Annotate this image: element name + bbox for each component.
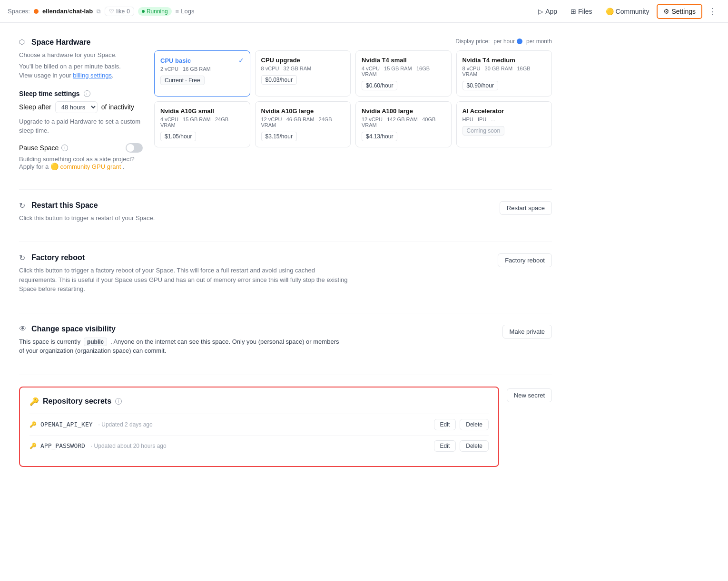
settings-icon: ⚙: [663, 8, 669, 15]
restart-left: ↻ Restart this Space Click this button t…: [19, 201, 500, 223]
sleep-settings: Sleep time settings i Sleep after 48 hou…: [19, 90, 143, 136]
new-secret-wrapper: New secret: [507, 387, 552, 402]
grant-row: Building something cool as a side projec…: [19, 155, 143, 170]
secret-edit-button[interactable]: Edit: [434, 440, 456, 452]
header: Spaces: ellendan/chat-lab ⧉ ♡ like 0 Run…: [0, 0, 728, 23]
visibility-left: 👁 Change space visibility This space is …: [19, 325, 502, 356]
secret-row: 🔑 APP_PASSWORD · Updated about 20 hours …: [30, 435, 489, 456]
hw-card-a10g-large[interactable]: Nvidia A10G large 12 vCPU 46 GB RAM 24GB…: [255, 101, 351, 147]
sleep-select[interactable]: 48 hours: [55, 101, 98, 113]
hw-card-price: Coming soon: [462, 126, 505, 136]
hw-card-specs: HPU IPU ...: [462, 116, 546, 122]
hw-card-name: Nvidia A100 large: [362, 107, 413, 115]
files-icon: ⊞: [571, 8, 576, 15]
hw-card-t4-small[interactable]: Nvidia T4 small 4 vCPU 15 GB RAM 16GB VR…: [355, 50, 452, 97]
hardware-title-row: ⬡ Space Hardware: [19, 38, 143, 47]
visibility-desc-prefix: This space is currently: [19, 338, 80, 345]
hardware-title: Space Hardware: [31, 38, 91, 47]
hw-card-specs: 8 vCPU 32 GB RAM: [261, 66, 345, 71]
heart-icon: ♡: [109, 8, 114, 15]
secret-name-row: 🔑 OPENAI_API_KEY · Updated 2 days ago: [30, 421, 153, 428]
grant-link[interactable]: community GPU grant: [60, 163, 121, 170]
factory-reboot-section: ↻ Factory reboot Click this button to tr…: [19, 253, 552, 294]
logs-button[interactable]: ≡ Logs: [176, 8, 195, 15]
hardware-section: ⬡ Space Hardware Choose a hardware for y…: [19, 38, 552, 170]
visibility-title: Change space visibility: [31, 325, 116, 333]
pause-space: Pause Space i: [19, 143, 143, 153]
key-icon: 🔑: [30, 421, 37, 428]
check-icon: ✓: [238, 57, 244, 64]
space-path: ellendan/chat-lab: [42, 8, 93, 15]
per-month-label: per month: [526, 38, 552, 45]
hw-card-a10g-small[interactable]: Nvidia A10G small 4 vCPU 15 GB RAM 24GB …: [154, 101, 250, 147]
display-price-label: Display price:: [455, 38, 490, 45]
hw-card-t4-medium[interactable]: Nvidia T4 medium 8 vCPU 30 GB RAM 16GB V…: [456, 50, 552, 97]
visibility-icon: 👁: [19, 325, 28, 333]
restart-desc: Click this button to trigger a restart o…: [19, 213, 500, 223]
hardware-desc-2: You'll be billed on a per minute basis. …: [19, 62, 143, 80]
nav-app[interactable]: ▷ App: [532, 5, 563, 18]
secret-actions: Edit Delete: [434, 440, 489, 452]
per-hour-label: per hour: [493, 38, 515, 45]
secret-delete-button[interactable]: Delete: [460, 440, 489, 452]
restart-title-row: ↻ Restart this Space: [19, 201, 500, 210]
secret-name: APP_PASSWORD: [40, 442, 85, 449]
visibility-row: 👁 Change space visibility This space is …: [19, 325, 552, 356]
make-private-button[interactable]: Make private: [502, 325, 552, 339]
restart-title: Restart this Space: [31, 201, 98, 210]
factory-reboot-title-row: ↻ Factory reboot: [19, 253, 498, 262]
hw-card-name: AI Accelerator: [462, 107, 504, 115]
pause-row: Pause Space i: [19, 143, 143, 153]
hardware-desc-1: Choose a hardware for your Space.: [19, 50, 143, 60]
sleep-info-icon[interactable]: i: [84, 90, 90, 97]
hw-card-specs: 12 vCPU 46 GB RAM 24GB VRAM: [261, 116, 345, 128]
nav-community[interactable]: 🟡 Community: [600, 5, 655, 18]
sleep-title-row: Sleep time settings i: [19, 90, 143, 97]
sleep-row: Sleep after 48 hours of inactivity: [19, 101, 143, 113]
hw-card-name: CPU basic: [160, 57, 191, 64]
factory-reboot-title: Factory reboot: [31, 253, 85, 262]
hw-card-specs: 2 vCPU 16 GB RAM: [160, 66, 244, 72]
secrets-info-icon[interactable]: i: [115, 398, 122, 405]
like-count: 0: [127, 8, 130, 15]
like-button[interactable]: ♡ like 0: [105, 7, 134, 16]
secret-name: OPENAI_API_KEY: [40, 421, 93, 428]
hardware-layout: ⬡ Space Hardware Choose a hardware for y…: [19, 38, 552, 170]
restart-button[interactable]: Restart space: [500, 201, 552, 215]
pause-toggle[interactable]: [126, 143, 143, 153]
price-per-hour[interactable]: per hour: [493, 38, 522, 45]
hw-card-name: Nvidia A10G large: [261, 107, 314, 115]
secret-updated: · Updated about 20 hours ago: [91, 443, 167, 449]
visibility-title-row: 👁 Change space visibility: [19, 325, 502, 333]
logs-label: Logs: [181, 8, 194, 15]
public-badge: public: [84, 338, 107, 346]
secret-row: 🔑 OPENAI_API_KEY · Updated 2 days ago Ed…: [30, 414, 489, 435]
more-button[interactable]: ⋮: [704, 4, 720, 19]
hardware-grid: CPU basic ✓ 2 vCPU 16 GB RAM Current · F…: [154, 50, 552, 147]
nav-files[interactable]: ⊞ Files: [565, 5, 598, 18]
hw-card-a100-large[interactable]: Nvidia A100 large 12 vCPU 142 GB RAM 40G…: [355, 101, 452, 147]
hw-card-cpu-basic[interactable]: CPU basic ✓ 2 vCPU 16 GB RAM Current · F…: [154, 50, 250, 97]
factory-reboot-button[interactable]: Factory reboot: [498, 253, 552, 267]
secret-delete-button[interactable]: Delete: [460, 419, 489, 430]
pause-info-icon[interactable]: i: [61, 145, 68, 151]
pause-label: Pause Space: [19, 144, 59, 152]
secret-edit-button[interactable]: Edit: [434, 419, 456, 430]
hardware-right: Display price: per hour per month CPU ba…: [154, 38, 552, 170]
restart-row: ↻ Restart this Space Click this button t…: [19, 201, 552, 223]
hw-card-ai-accelerator[interactable]: AI Accelerator HPU IPU ... Coming soon: [456, 101, 552, 147]
key-icon: 🔑: [30, 443, 37, 449]
hw-card-price: $0.60/hour: [362, 81, 397, 90]
hw-card-specs: 12 vCPU 142 GB RAM 40GB VRAM: [362, 116, 445, 128]
hw-card-price: $3.15/hour: [261, 132, 297, 141]
copy-icon[interactable]: ⧉: [97, 8, 101, 15]
hw-card-price: $1.05/hour: [160, 132, 196, 141]
new-secret-button[interactable]: New secret: [507, 388, 552, 402]
secrets-icon: 🔑: [30, 397, 39, 406]
hw-card-cpu-upgrade[interactable]: CPU upgrade 8 vCPU 32 GB RAM $0.03/hour: [255, 50, 351, 97]
sleep-upgrade-text: Upgrade to a paid Hardware to set a cust…: [19, 117, 143, 136]
visibility-desc: This space is currently public . Anyone …: [19, 337, 343, 356]
nav-settings[interactable]: ⚙ Settings: [657, 4, 702, 19]
display-price-row: Display price: per hour per month: [154, 38, 552, 45]
billing-link[interactable]: billing settings: [73, 72, 112, 79]
